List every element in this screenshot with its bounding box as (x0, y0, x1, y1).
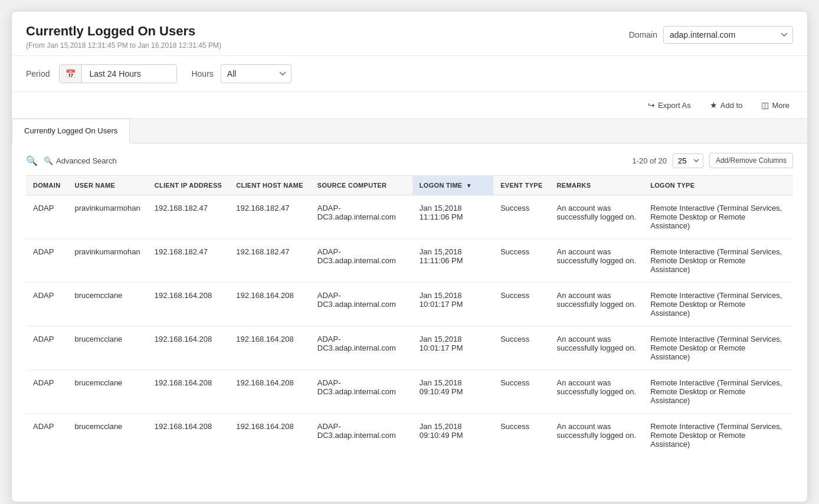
cell-user-name: pravinkumarmohan (67, 239, 147, 283)
col-client-host: CLIENT HOST NAME (229, 176, 310, 195)
cell-source-computer: ADAP-DC3.adap.internal.com (310, 326, 412, 370)
toolbar: Period 📅 Hours All Last Hour Last 6 Hour… (12, 56, 807, 92)
star-icon: ★ (710, 100, 718, 110)
pagination-label: 1-20 of 20 (632, 156, 667, 165)
cell-client-ip: 192.168.164.208 (148, 370, 230, 414)
cell-logon-time: Jan 15,2018 09:10:49 PM (412, 370, 493, 414)
domain-label: Domain (629, 30, 657, 40)
cell-client-ip: 192.168.182.47 (148, 195, 230, 239)
table-header-row: DOMAIN USER NAME CLIENT IP ADDRESS CLIEN… (26, 176, 793, 195)
domain-select[interactable]: adap.internal.com (663, 26, 793, 44)
cell-source-computer: ADAP-DC3.adap.internal.com (310, 283, 412, 326)
cell-logon-type: Remote Interactive (Terminal Services, R… (643, 414, 793, 457)
advanced-search-button[interactable]: 🔍 Advanced Search (44, 156, 117, 165)
cell-client-ip: 192.168.164.208 (148, 414, 230, 457)
header: Currently Logged On Users (From Jan 15,2… (12, 12, 807, 56)
table-row[interactable]: ADAPbrucemcclane192.168.164.208192.168.1… (26, 283, 793, 326)
cell-logon-time: Jan 15,2018 09:10:49 PM (412, 414, 493, 457)
cell-event-type: Success (493, 283, 549, 326)
cell-event-type: Success (493, 414, 549, 457)
add-remove-columns-button[interactable]: Add/Remove Columns (709, 153, 793, 168)
tab-currently-logged-on-users[interactable]: Currently Logged On Users (12, 119, 130, 143)
tab-label: Currently Logged On Users (24, 126, 117, 135)
table-row[interactable]: ADAPpravinkumarmohan192.168.182.47192.16… (26, 239, 793, 283)
more-button[interactable]: ◫ More (758, 98, 793, 112)
hours-select[interactable]: All Last Hour Last 6 Hours Last 12 Hours (221, 64, 291, 83)
cell-logon-type: Remote Interactive (Terminal Services, R… (643, 283, 793, 326)
col-logon-time[interactable]: LOGON TIME ▼ (412, 176, 493, 195)
cell-logon-type: Remote Interactive (Terminal Services, R… (643, 195, 793, 239)
cell-domain: ADAP (26, 326, 67, 370)
col-source-computer: SOURCE COMPUTER (310, 176, 412, 195)
more-icon: ◫ (761, 100, 769, 110)
table-row[interactable]: ADAPbrucemcclane192.168.164.208192.168.1… (26, 370, 793, 414)
main-window: Currently Logged On Users (From Jan 15,2… (12, 12, 807, 502)
add-to-button[interactable]: ★ Add to (706, 98, 746, 112)
cell-remarks: An account was successfully logged on. (550, 239, 644, 283)
cell-client-ip: 192.168.164.208 (148, 326, 230, 370)
content-area: 🔍 🔍 Advanced Search 1-20 of 20 25 50 100… (12, 143, 807, 466)
page-subtitle: (From Jan 15,2018 12:31:45 PM to Jan 16,… (26, 41, 221, 50)
cell-event-type: Success (493, 239, 549, 283)
cell-source-computer: ADAP-DC3.adap.internal.com (310, 239, 412, 283)
period-input[interactable] (82, 65, 176, 83)
cell-logon-type: Remote Interactive (Terminal Services, R… (643, 239, 793, 283)
col-domain: DOMAIN (26, 176, 67, 195)
cell-logon-time: Jan 15,2018 10:01:17 PM (412, 283, 493, 326)
period-calendar-button[interactable]: 📅 (60, 65, 82, 83)
cell-domain: ADAP (26, 283, 67, 326)
cell-user-name: brucemcclane (67, 326, 147, 370)
cell-user-name: brucemcclane (67, 283, 147, 326)
cell-logon-time: Jan 15,2018 11:11:06 PM (412, 239, 493, 283)
page-title: Currently Logged On Users (26, 24, 221, 39)
cell-domain: ADAP (26, 239, 67, 283)
export-as-button[interactable]: ↪ Export As (644, 98, 694, 112)
col-client-ip: CLIENT IP ADDRESS (148, 176, 230, 195)
tabs-bar: Currently Logged On Users (12, 119, 807, 143)
table-row[interactable]: ADAPbrucemcclane192.168.164.208192.168.1… (26, 326, 793, 370)
cell-domain: ADAP (26, 195, 67, 239)
search-bar: 🔍 🔍 Advanced Search 1-20 of 20 25 50 100… (26, 153, 793, 168)
cell-domain: ADAP (26, 414, 67, 457)
search-left: 🔍 🔍 Advanced Search (26, 155, 117, 166)
cell-logon-type: Remote Interactive (Terminal Services, R… (643, 370, 793, 414)
cell-user-name: pravinkumarmohan (67, 195, 147, 239)
action-bar: ↪ Export As ★ Add to ◫ More (12, 92, 807, 119)
export-label: Export As (658, 101, 691, 110)
col-event-type: EVENT TYPE (493, 176, 549, 195)
add-to-label: Add to (720, 101, 743, 110)
table-row[interactable]: ADAPbrucemcclane192.168.164.208192.168.1… (26, 414, 793, 457)
col-logon-type: LOGON TYPE (643, 176, 793, 195)
cell-remarks: An account was successfully logged on. (550, 414, 644, 457)
cell-remarks: An account was successfully logged on. (550, 283, 644, 326)
cell-remarks: An account was successfully logged on. (550, 195, 644, 239)
cell-client-host: 192.168.164.208 (229, 414, 310, 457)
cell-domain: ADAP (26, 370, 67, 414)
search-right: 1-20 of 20 25 50 100 Add/Remove Columns (632, 153, 793, 168)
export-icon: ↪ (648, 100, 655, 110)
table-body: ADAPpravinkumarmohan192.168.182.47192.16… (26, 195, 793, 457)
cell-user-name: brucemcclane (67, 414, 147, 457)
header-left: Currently Logged On Users (From Jan 15,2… (26, 24, 221, 50)
advanced-search-icon: 🔍 (44, 156, 53, 165)
cell-client-host: 192.168.182.47 (229, 239, 310, 283)
cell-user-name: brucemcclane (67, 370, 147, 414)
cell-event-type: Success (493, 195, 549, 239)
col-remarks: REMARKS (550, 176, 644, 195)
per-page-select[interactable]: 25 50 100 (673, 153, 703, 168)
table-row[interactable]: ADAPpravinkumarmohan192.168.182.47192.16… (26, 195, 793, 239)
cell-source-computer: ADAP-DC3.adap.internal.com (310, 195, 412, 239)
col-user-name: USER NAME (67, 176, 147, 195)
hours-label: Hours (191, 69, 213, 78)
cell-client-host: 192.168.164.208 (229, 370, 310, 414)
cell-event-type: Success (493, 370, 549, 414)
period-label: Period (26, 69, 50, 78)
cell-client-host: 192.168.164.208 (229, 326, 310, 370)
more-label: More (772, 101, 789, 110)
cell-source-computer: ADAP-DC3.adap.internal.com (310, 414, 412, 457)
cell-event-type: Success (493, 326, 549, 370)
cell-client-host: 192.168.164.208 (229, 283, 310, 326)
cell-client-host: 192.168.182.47 (229, 195, 310, 239)
sort-arrow-icon: ▼ (466, 182, 472, 189)
search-button[interactable]: 🔍 (26, 155, 38, 166)
